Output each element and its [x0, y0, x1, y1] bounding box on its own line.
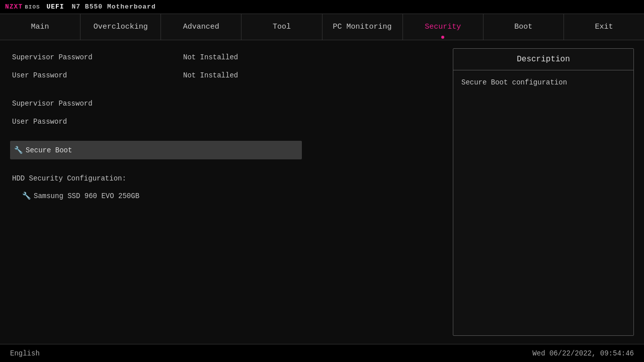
spacer-2 [10, 131, 445, 141]
main-content: Supervisor Password Not Installed User P… [0, 40, 644, 344]
supervisor-password-status-row: Supervisor Password Not Installed [10, 48, 445, 66]
user-password-status-value: Not Installed [183, 71, 238, 79]
wrench-icon: 🔧 [14, 146, 23, 154]
user-password-status-row: User Password Not Installed [10, 66, 445, 84]
description-panel: Description Secure Boot configuration [453, 48, 634, 336]
nav-security[interactable]: Security [403, 14, 484, 40]
nav-overclocking[interactable]: Overclocking [80, 14, 161, 40]
spacer-3 [10, 159, 445, 169]
hdd-device-label: Samsung SSD 960 EVO 250GB [34, 192, 139, 200]
hdd-security-section-label: HDD Security Configuration: [10, 169, 445, 188]
user-password-status-label: User Password [12, 71, 183, 79]
board-name: N7 B550 Motherboard [71, 3, 155, 11]
nav-main[interactable]: Main [0, 14, 80, 40]
secure-boot-label: Secure Boot [26, 146, 72, 154]
firmware-type: UEFI [46, 3, 64, 11]
supervisor-password-status-label: Supervisor Password [12, 53, 183, 61]
datetime-label: Wed 06/22/2022, 09:54:46 [532, 349, 634, 357]
spacer-1 [10, 84, 445, 95]
language-label: English [10, 349, 40, 357]
brand-nzxt: NZXT [5, 3, 23, 11]
nav-exit[interactable]: Exit [564, 14, 644, 40]
secure-boot-row[interactable]: 🔧 Secure Boot [10, 141, 302, 159]
supervisor-password-action-label: Supervisor Password [12, 100, 183, 108]
description-header: Description [453, 49, 633, 70]
nav-pc-monitoring[interactable]: PC Monitoring [323, 14, 403, 40]
nav-advanced[interactable]: Advanced [161, 14, 242, 40]
statusbar: English Wed 06/22/2022, 09:54:46 [0, 344, 644, 362]
nav-tool[interactable]: Tool [242, 14, 322, 40]
left-panel: Supervisor Password Not Installed User P… [10, 48, 445, 336]
navbar: Main Overclocking Advanced Tool PC Monit… [0, 14, 644, 40]
description-body: Secure Boot configuration [453, 70, 633, 335]
user-password-action-label: User Password [12, 118, 183, 126]
user-password-action-row[interactable]: User Password [10, 113, 445, 131]
hdd-device-row[interactable]: 🔧 Samsung SSD 960 EVO 250GB [10, 188, 445, 204]
wrench-icon-hdd: 🔧 [22, 192, 31, 200]
nav-boot[interactable]: Boot [484, 14, 564, 40]
titlebar: NZXTBIOS UEFI N7 B550 Motherboard [0, 0, 644, 14]
supervisor-password-action-row[interactable]: Supervisor Password [10, 95, 445, 113]
titlebar-logo: NZXTBIOS UEFI N7 B550 Motherboard [5, 3, 156, 11]
supervisor-password-status-value: Not Installed [183, 53, 238, 61]
brand-bios: BIOS [25, 4, 40, 10]
